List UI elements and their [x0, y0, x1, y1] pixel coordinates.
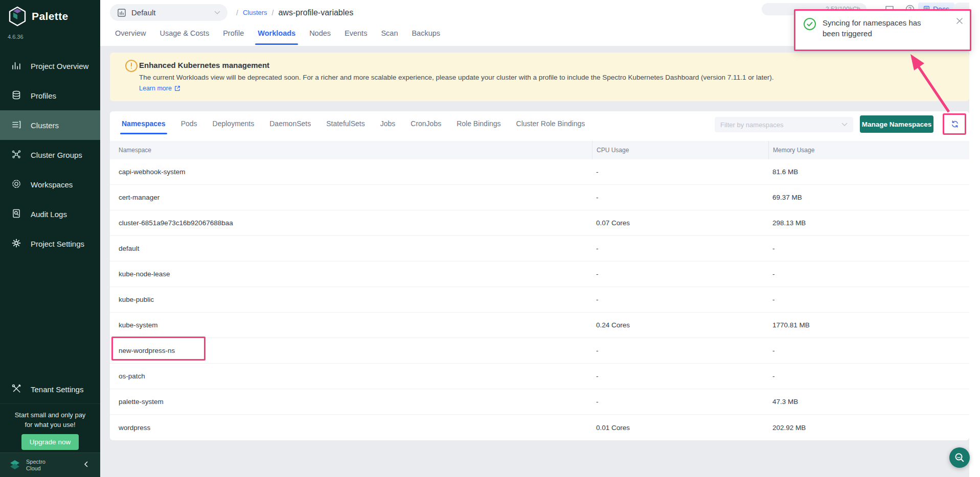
namespace-cell: default: [110, 236, 592, 261]
column-header-namespace: Namespace: [110, 141, 592, 159]
cpu-cell: -: [592, 159, 768, 184]
breadcrumb-link-clusters[interactable]: Clusters: [243, 9, 267, 16]
breadcrumb: / Clusters / aws-profile-variables: [236, 4, 353, 21]
tab-backups[interactable]: Backups: [412, 20, 440, 46]
project-selector[interactable]: Default: [110, 4, 227, 21]
memory-cell: 47.3 MB: [768, 389, 969, 414]
subtab-statefulsets[interactable]: StatefulSets: [326, 113, 365, 134]
subtab-namespaces[interactable]: Namespaces: [122, 113, 166, 134]
scrollbar-track[interactable]: [969, 0, 980, 477]
cpu-cell: 0.01 Cores: [592, 415, 768, 440]
tab-profile[interactable]: Profile: [223, 20, 244, 46]
table-header: NamespaceCPU UsageMemory Usage: [110, 141, 969, 159]
namespace-cell: palette-system: [110, 389, 592, 414]
sidebar-item-label: Profiles: [31, 91, 56, 100]
tab-events[interactable]: Events: [345, 20, 367, 46]
namespace-cell: wordpress: [110, 415, 592, 440]
banner-title: Enhanced Kubernetes management: [139, 61, 269, 69]
subtab-jobs[interactable]: Jobs: [380, 113, 396, 134]
table-row: os-patch--: [110, 364, 969, 389]
learn-more-link[interactable]: Learn more: [139, 85, 180, 92]
table-row: capi-webhook-system-81.6 MB: [110, 159, 969, 185]
table-row: kube-public--: [110, 287, 969, 313]
tools-icon: [11, 384, 22, 395]
app-window: Palette 4.6.36 Project OverviewProfilesC…: [0, 0, 980, 477]
memory-cell: 81.6 MB: [768, 159, 969, 184]
tab-scan[interactable]: Scan: [381, 20, 398, 46]
memory-cell: -: [768, 236, 969, 261]
filter-placeholder: Filter by namespaces: [720, 121, 784, 129]
sidebar-item-profiles[interactable]: Profiles: [0, 81, 100, 110]
subtab-pods[interactable]: Pods: [181, 113, 197, 134]
sidebar-item-project-settings[interactable]: Project Settings: [0, 229, 100, 258]
audit-icon: [11, 208, 22, 220]
toast-notification: Syncing for namespaces has been triggere…: [794, 9, 971, 51]
promo-line-2: for what you use!: [0, 420, 100, 430]
subtab-deployments[interactable]: Deployments: [213, 113, 255, 134]
table-row: palette-system-47.3 MB: [110, 389, 969, 415]
namespace-filter-select[interactable]: Filter by namespaces: [715, 117, 853, 132]
spectro-cloud-logo-icon: [8, 459, 21, 472]
tab-usage-costs[interactable]: Usage & Costs: [159, 20, 209, 46]
cpu-cell: -: [592, 185, 768, 210]
memory-cell: 202.92 MB: [768, 415, 969, 440]
tab-overview[interactable]: Overview: [115, 20, 146, 46]
table-row: new-wordpress-ns--: [110, 338, 969, 364]
close-icon[interactable]: [956, 17, 964, 25]
subtab-daemonsets[interactable]: DaemonSets: [269, 113, 311, 134]
memory-cell: 69.37 MB: [768, 185, 969, 210]
search-icon: [954, 452, 965, 463]
collapse-sidebar-icon[interactable]: [84, 461, 92, 469]
column-header-memory-usage: Memory Usage: [768, 141, 969, 159]
sidebar-item-cluster-groups[interactable]: Cluster Groups: [0, 140, 100, 170]
sidebar-item-tenant-settings[interactable]: Tenant Settings: [0, 374, 100, 404]
sidebar-item-label: Tenant Settings: [31, 385, 83, 394]
namespace-cell: kube-public: [110, 287, 592, 312]
memory-cell: -: [768, 261, 969, 287]
warning-icon: [125, 59, 138, 73]
cluster-tabs: OverviewUsage & CostsProfileWorkloadsNod…: [115, 20, 440, 46]
subtab-cluster-role-bindings[interactable]: Cluster Role Bindings: [516, 113, 585, 134]
namespace-cell: cert-manager: [110, 185, 592, 210]
sidebar-item-label: Clusters: [31, 121, 59, 130]
brand-name: Spectro Cloud: [26, 459, 45, 472]
tab-workloads[interactable]: Workloads: [258, 20, 295, 46]
cpu-cell: -: [592, 389, 768, 414]
workspace-icon: [11, 179, 22, 190]
sidebar-item-audit-logs[interactable]: Audit Logs: [0, 199, 100, 229]
sidebar-item-label: Workspaces: [31, 180, 73, 189]
tab-nodes[interactable]: Nodes: [309, 20, 331, 46]
table-row: kube-system0.24 Cores1770.81 MB: [110, 313, 969, 338]
sidebar-item-workspaces[interactable]: Workspaces: [0, 170, 100, 199]
breadcrumb-separator: /: [272, 9, 274, 17]
cpu-cell: -: [592, 261, 768, 287]
table-row: wordpress0.01 Cores202.92 MB: [110, 415, 969, 440]
layers-icon: [11, 90, 22, 101]
memory-cell: 298.13 MB: [768, 210, 969, 235]
subtab-cronjobs[interactable]: CronJobs: [411, 113, 441, 134]
sidebar-item-label: Project Overview: [31, 62, 88, 70]
sidebar-item-clusters[interactable]: Clusters: [0, 110, 100, 140]
cpu-cell: -: [592, 236, 768, 261]
subtab-role-bindings[interactable]: Role Bindings: [457, 113, 500, 134]
sidebar-item-project-overview[interactable]: Project Overview: [0, 51, 100, 81]
upgrade-now-button[interactable]: Upgrade now: [21, 434, 79, 450]
app-version: 4.6.36: [8, 34, 24, 40]
chevron-down-icon: [841, 123, 848, 127]
namespace-cell: capi-webhook-system: [110, 159, 592, 184]
promo-line-1: Start small and only pay: [0, 410, 100, 420]
table-row: default--: [110, 236, 969, 261]
memory-cell: 1770.81 MB: [768, 313, 969, 338]
refresh-button[interactable]: [947, 116, 963, 132]
namespace-cell: os-patch: [110, 364, 592, 389]
memory-cell: -: [768, 338, 969, 363]
floating-search-button[interactable]: [949, 447, 970, 468]
memory-cell: -: [768, 364, 969, 389]
sidebar-nav: Project OverviewProfilesClustersCluster …: [0, 51, 100, 258]
workloads-subtabs: NamespacesPodsDeploymentsDaemonSetsState…: [122, 113, 585, 134]
toast-message: Syncing for namespaces has been triggere…: [823, 17, 940, 39]
breadcrumb-current: aws-profile-variables: [278, 8, 353, 17]
network-icon: [11, 149, 22, 160]
manage-namespaces-button[interactable]: Manage Namespaces: [860, 115, 933, 133]
gear-icon: [11, 238, 22, 249]
